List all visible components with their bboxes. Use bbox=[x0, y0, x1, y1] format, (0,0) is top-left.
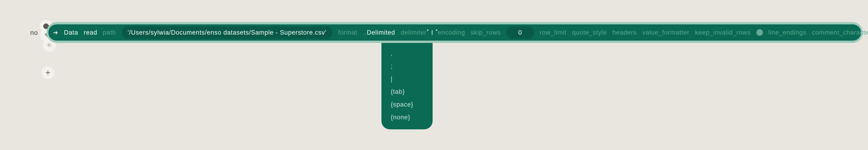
format-prefix: .. bbox=[363, 29, 367, 36]
delimiter-dropdown: , ; | {tab} {space} {none} bbox=[381, 43, 433, 129]
eye-icon: 👁 bbox=[46, 42, 52, 49]
dropdown-item[interactable]: , bbox=[381, 47, 433, 60]
param-label-line-endings[interactable]: line_endings bbox=[769, 29, 807, 36]
format-value-group[interactable]: ..Delimited bbox=[363, 29, 395, 36]
param-label-row-limit[interactable]: row_limit bbox=[540, 29, 567, 36]
param-label-skip-rows: skip_rows bbox=[471, 29, 501, 36]
dropdown-item[interactable]: ; bbox=[381, 60, 433, 73]
format-value: Delimited bbox=[367, 29, 395, 36]
add-node-button[interactable]: + bbox=[41, 66, 55, 79]
param-label-delimiter: delimiter bbox=[401, 29, 427, 36]
param-label-encoding[interactable]: encoding bbox=[438, 29, 465, 36]
plus-icon: + bbox=[45, 68, 50, 78]
node-halo: ➜ Data read path '/Users/sylwia/Document… bbox=[46, 22, 863, 43]
cropped-text: no bbox=[30, 29, 38, 36]
param-label-comment-character[interactable]: comment_character bbox=[812, 29, 868, 36]
param-label-keep-invalid-rows[interactable]: keep_invalid_rows bbox=[695, 29, 750, 36]
path-value[interactable]: '/Users/sylwia/Documents/enso datasets/S… bbox=[122, 26, 333, 39]
keep-invalid-rows-toggle[interactable] bbox=[756, 29, 763, 36]
method-namespace[interactable]: Data bbox=[64, 29, 78, 36]
delimiter-icon bbox=[432, 30, 432, 35]
param-label-headers[interactable]: headers bbox=[612, 29, 637, 36]
skip-rows-value[interactable]: 0 bbox=[506, 26, 534, 39]
param-label-quote-style[interactable]: quote_style bbox=[572, 29, 607, 36]
dropdown-item[interactable]: {none} bbox=[381, 111, 433, 124]
param-label-value-formatter[interactable]: value_formatter bbox=[642, 29, 690, 36]
method-name[interactable]: read bbox=[84, 29, 97, 36]
param-label-path: path bbox=[103, 29, 116, 36]
param-label-format: format bbox=[338, 29, 358, 36]
dropdown-item[interactable]: {space} bbox=[381, 98, 433, 111]
dropdown-item[interactable]: {tab} bbox=[381, 85, 433, 98]
dropdown-item[interactable]: | bbox=[381, 73, 433, 85]
node-bar[interactable]: ➜ Data read path '/Users/sylwia/Document… bbox=[49, 24, 861, 41]
output-arrow-icon: ➜ bbox=[53, 29, 58, 36]
